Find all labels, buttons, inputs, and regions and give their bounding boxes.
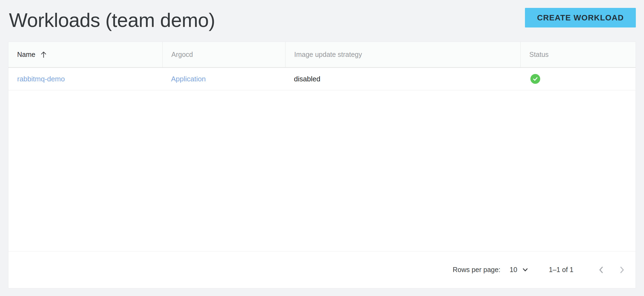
table-empty-space [8, 90, 636, 251]
chevron-down-icon [521, 266, 529, 274]
cell-status [520, 68, 636, 90]
rows-per-page-select[interactable]: 10 [510, 266, 529, 274]
image-update-strategy-value: disabled [294, 75, 320, 83]
chevron-right-icon [617, 265, 627, 275]
pagination-range: 1–1 of 1 [549, 266, 573, 274]
cell-image-update-strategy: disabled [285, 68, 520, 90]
table-header-row: Name Argocd Image update strategy Status [8, 42, 636, 68]
table-row: rabbitmq-demo Application disabled [8, 68, 636, 90]
column-header-argocd: Argocd [162, 42, 285, 67]
column-header-image-update-strategy: Image update strategy [285, 42, 520, 67]
workload-name-link[interactable]: rabbitmq-demo [17, 75, 65, 83]
rows-per-page-label: Rows per page: [453, 266, 500, 274]
column-header-status-label: Status [529, 51, 549, 58]
sort-ascending-icon [40, 51, 47, 58]
column-header-name[interactable]: Name [8, 42, 162, 67]
workloads-page: Workloads (team demo) CREATE WORKLOAD Na… [0, 0, 644, 296]
cell-name: rabbitmq-demo [8, 68, 162, 90]
pagination-bar: Rows per page: 10 1–1 of 1 [8, 251, 636, 288]
status-healthy-icon [530, 74, 540, 84]
workloads-table: Name Argocd Image update strategy Status [8, 42, 636, 288]
rows-per-page-value: 10 [510, 266, 517, 274]
column-header-name-label: Name [17, 51, 35, 58]
argocd-application-link[interactable]: Application [171, 75, 206, 83]
column-header-image-update-strategy-label: Image update strategy [294, 51, 362, 58]
column-header-status: Status [520, 42, 636, 67]
cell-argocd: Application [162, 68, 285, 90]
page-title: Workloads (team demo) [9, 10, 215, 30]
previous-page-button[interactable] [595, 263, 608, 276]
page-header: Workloads (team demo) CREATE WORKLOAD [8, 0, 636, 33]
next-page-button[interactable] [615, 263, 628, 276]
chevron-left-icon [597, 265, 606, 275]
column-header-argocd-label: Argocd [171, 51, 193, 58]
create-workload-button[interactable]: CREATE WORKLOAD [525, 8, 636, 27]
